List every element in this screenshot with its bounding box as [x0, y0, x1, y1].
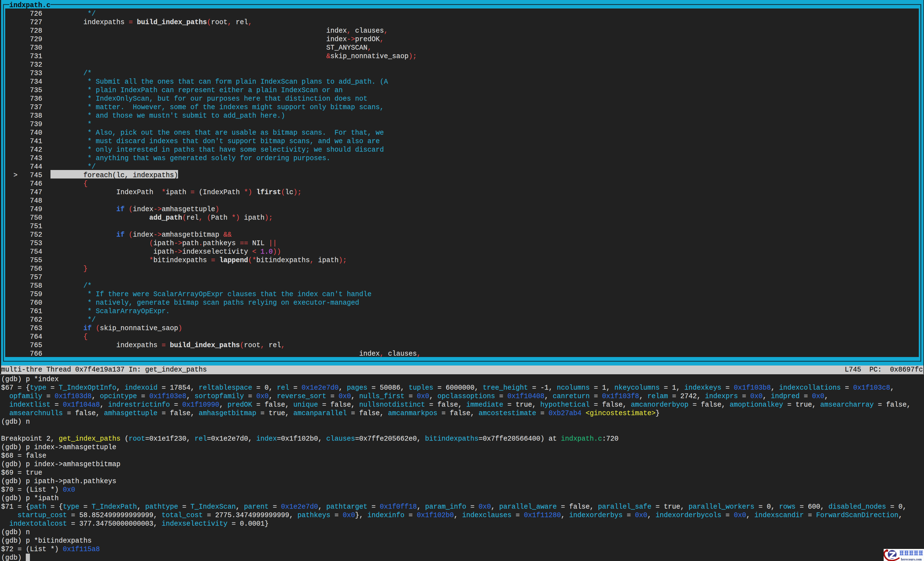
svg-text:herecours.com: herecours.com [901, 558, 922, 561]
